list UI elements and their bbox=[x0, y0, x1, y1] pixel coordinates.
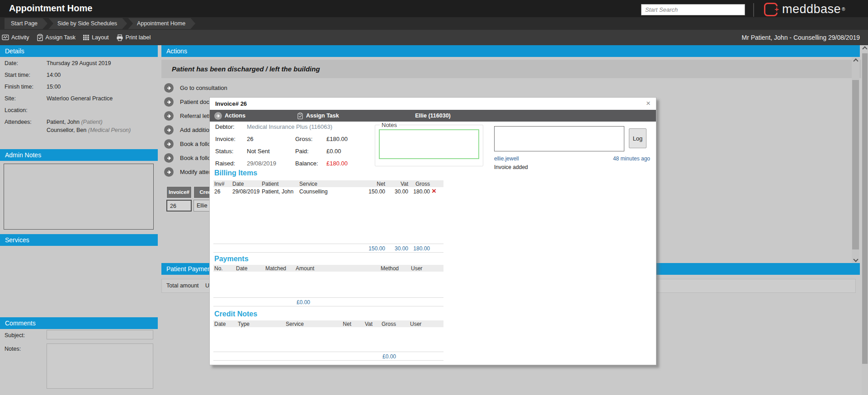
col-amount: Amount bbox=[296, 265, 314, 272]
log-textarea[interactable] bbox=[494, 126, 624, 151]
activity-button[interactable]: Activity bbox=[2, 34, 29, 41]
action-go-to-consultation[interactable]: Go to consultation bbox=[161, 83, 396, 93]
notes-textarea[interactable] bbox=[379, 129, 479, 159]
scrollbar-thumb[interactable] bbox=[862, 53, 868, 364]
payments-totals-row: £0.00 bbox=[213, 297, 443, 306]
total-net: 150.00 bbox=[363, 245, 385, 252]
col-vat: Vat bbox=[350, 321, 373, 327]
cell-net: 150.00 bbox=[363, 188, 385, 195]
action-label: Patient docu bbox=[180, 99, 212, 105]
log-button[interactable]: Log bbox=[629, 128, 646, 148]
log-timestamp: 48 minutes ago bbox=[613, 155, 650, 162]
location-label: Location: bbox=[5, 107, 28, 113]
payments-total: £0.00 bbox=[297, 299, 310, 306]
comment-notes-label: Notes: bbox=[5, 346, 21, 352]
gross-label: Gross: bbox=[295, 136, 312, 142]
notes-legend: Notes bbox=[380, 122, 399, 128]
paid-value: £0.00 bbox=[326, 148, 341, 155]
cell-gross: 180.00 bbox=[407, 188, 430, 195]
layout-button[interactable]: Layout bbox=[83, 34, 109, 41]
scroll-down-arrow[interactable] bbox=[852, 256, 859, 263]
print-label-button[interactable]: Print label bbox=[116, 34, 151, 41]
assign-task-button[interactable]: Assign Task bbox=[37, 34, 75, 41]
raised-label: Raised: bbox=[215, 160, 235, 167]
comments-header: Comments bbox=[0, 317, 158, 329]
log-user-link[interactable]: ellie.jewell bbox=[494, 155, 519, 162]
printer-icon bbox=[116, 34, 123, 41]
invoice-label: Invoice: bbox=[215, 136, 236, 142]
finish-time-label: Finish time: bbox=[5, 84, 33, 90]
col-patient: Patient bbox=[262, 181, 278, 187]
date-value: Thursday 29 August 2019 bbox=[47, 60, 111, 66]
col-type: Type bbox=[238, 321, 250, 327]
actions-scrollbar bbox=[852, 57, 859, 263]
payments-table: No. Date Matched Amount Method User £0.0… bbox=[213, 265, 443, 306]
col-vat: Vat bbox=[386, 181, 408, 187]
plus-icon: + bbox=[774, 6, 780, 13]
invoice-column-button[interactable]: Invoice# bbox=[166, 186, 192, 198]
cell-service: Counselling bbox=[299, 188, 328, 195]
cell-date: 29/08/2019 bbox=[232, 188, 259, 195]
subject-input[interactable] bbox=[47, 330, 153, 339]
debtor-label: Debtor: bbox=[215, 123, 235, 130]
scrollbar-thumb[interactable] bbox=[852, 80, 859, 249]
date-label: Date: bbox=[5, 60, 18, 66]
admin-notes-textarea[interactable] bbox=[4, 164, 154, 230]
col-user: User bbox=[410, 321, 421, 327]
comment-notes-textarea[interactable] bbox=[47, 343, 153, 389]
unallocated-label: U bbox=[205, 282, 209, 289]
window-scrollbar bbox=[862, 45, 868, 395]
invoice-number-cell[interactable]: 26 bbox=[166, 200, 192, 212]
action-label: Referral lette bbox=[180, 113, 213, 119]
start-time-value: 14:00 bbox=[47, 72, 61, 78]
breadcrumb-appointment-home[interactable]: Appointment Home bbox=[128, 18, 195, 29]
arrow-icon bbox=[164, 153, 174, 163]
balance-value: £180.00 bbox=[326, 160, 348, 167]
cell-vat: 30.00 bbox=[386, 188, 408, 195]
credit-notes-heading: Credit Notes bbox=[214, 310, 257, 318]
dialog-toolbar: Actions Assign Task Ellie (116030) bbox=[210, 110, 656, 122]
registered-mark: ® bbox=[842, 7, 845, 12]
raised-value: 29/08/2019 bbox=[247, 160, 276, 167]
attendee-counsellor: Counsellor, Ben (Medical Person) bbox=[47, 127, 131, 133]
breadcrumb-side-by-side-schedules[interactable]: Side by Side Schedules bbox=[48, 18, 127, 29]
activity-label: Activity bbox=[11, 34, 29, 41]
site-value: Waterloo General Practice bbox=[47, 95, 113, 102]
status-value: Not Sent bbox=[247, 148, 270, 155]
start-time-label: Start time: bbox=[5, 72, 30, 78]
layout-icon bbox=[83, 34, 90, 41]
breadcrumb: Start Page Side by Side Schedules Appoin… bbox=[0, 17, 868, 30]
col-user: User bbox=[411, 265, 422, 272]
attendee-patient: Patient, John (Patient) bbox=[47, 119, 103, 125]
total-amount-label: Total amount bbox=[166, 282, 199, 289]
brand-name: meddbase bbox=[782, 2, 841, 16]
cell-patient: Patient, John bbox=[262, 188, 293, 195]
log-entry-text: Invoice added bbox=[494, 164, 528, 170]
log-meta-row: ellie.jewell 48 minutes ago bbox=[494, 155, 650, 162]
finish-time-value: 15:00 bbox=[47, 84, 61, 90]
credit-notes-totals-row: £0.00 bbox=[213, 352, 443, 361]
top-bar: Appointment Home + meddbase ® bbox=[0, 0, 868, 17]
balance-label: Balance: bbox=[295, 160, 318, 167]
col-matched: Matched bbox=[265, 265, 286, 272]
layout-label: Layout bbox=[92, 34, 109, 41]
details-header: Details bbox=[0, 45, 158, 57]
meddbase-logo-icon: + bbox=[764, 3, 778, 16]
brand-divider bbox=[753, 3, 754, 17]
delete-row-icon[interactable]: × bbox=[432, 188, 436, 195]
breadcrumb-start-page[interactable]: Start Page bbox=[5, 18, 47, 29]
debtor-value: Medical Insurance Plus (116063) bbox=[247, 123, 332, 130]
arrow-icon bbox=[164, 97, 174, 107]
arrow-icon bbox=[164, 167, 174, 177]
actions-header: Actions bbox=[161, 45, 860, 57]
search-input[interactable] bbox=[641, 4, 745, 15]
col-date: Date bbox=[214, 321, 226, 327]
close-icon[interactable]: × bbox=[646, 98, 651, 110]
scroll-up-arrow[interactable] bbox=[852, 57, 859, 65]
status-label: Status: bbox=[215, 148, 233, 155]
scroll-up-arrow[interactable] bbox=[862, 45, 868, 52]
billing-row: 26 29/08/2019 Patient, John Counselling … bbox=[213, 187, 443, 196]
action-label: Add addition bbox=[180, 127, 212, 133]
notes-fieldset: Notes bbox=[375, 122, 483, 166]
attendees-label: Attendees: bbox=[5, 119, 32, 125]
